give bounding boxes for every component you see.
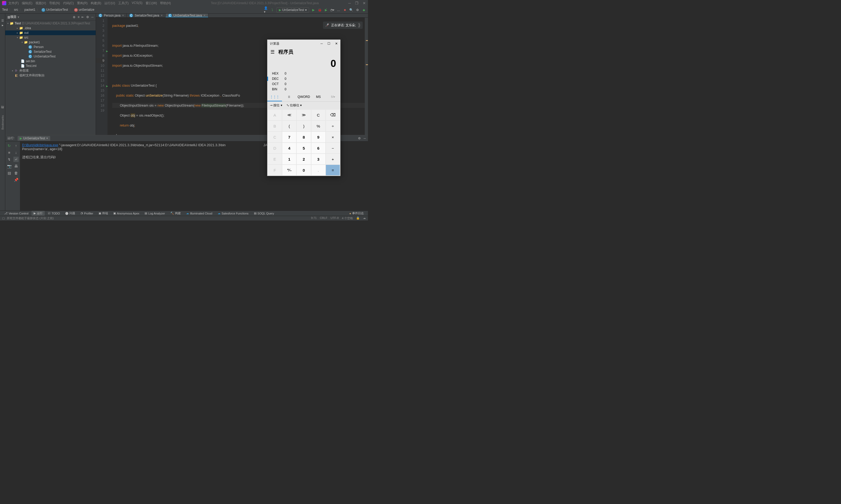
tree-class-serialize[interactable]: CSerializeTest [5, 49, 96, 54]
status-encoding[interactable]: UTF-8 [331, 216, 339, 220]
tab-close-icon[interactable]: × [122, 14, 124, 17]
close-icon[interactable]: ✕ [363, 1, 366, 5]
breadcrumb-item[interactable]: packet1 [24, 8, 35, 12]
calc-btn-rparen[interactable]: ) [297, 121, 311, 131]
calc-tab-keypad[interactable]: ⋮⋮⋮ [267, 93, 282, 101]
select-opened-icon[interactable]: ⊕ [73, 15, 75, 19]
tab-build[interactable]: 🔨构建 [168, 211, 183, 216]
tree-external-libs[interactable]: ▸⊪外部库 [5, 68, 96, 73]
calc-btn-0[interactable]: 0 [297, 165, 311, 175]
breadcrumb-item[interactable]: Test [2, 8, 8, 12]
calc-close-icon[interactable]: ✕ [335, 42, 338, 46]
tab-unserialize[interactable]: CUnSerializeTest.java× [166, 14, 208, 17]
calc-bitwise-dropdown[interactable]: ⊸ 按位 ▾ [270, 103, 282, 108]
structure-tool[interactable]: 结构 [0, 109, 5, 113]
calc-tab-qword[interactable]: QWORD [296, 93, 311, 101]
calc-btn-div[interactable]: ÷ [326, 121, 340, 131]
tab-profiler[interactable]: ◔Profiler [78, 211, 96, 216]
tab-run-bottom[interactable]: ▶运行 [32, 211, 45, 216]
calc-btn-mod[interactable]: % [311, 121, 325, 131]
breadcrumb-item[interactable]: unSerialize [79, 8, 94, 12]
menu-tools[interactable]: 工具(T) [118, 1, 128, 5]
calc-btn-negate[interactable]: ⁺∕₋ [282, 165, 296, 175]
tab-salesforce[interactable]: ☁Salesforce Functions [216, 211, 251, 216]
menu-vcs[interactable]: VCS(S) [132, 1, 142, 5]
calc-btn-clear[interactable]: C [311, 110, 325, 120]
search-icon[interactable]: 🔍 [349, 8, 353, 12]
run-hide-icon[interactable]: ─ [363, 137, 366, 140]
calc-btn-4[interactable]: 4 [282, 143, 296, 153]
status-line-sep[interactable]: CRLF [320, 216, 327, 220]
coverage-icon[interactable]: ▶̂ [324, 8, 328, 12]
breadcrumb-item[interactable]: UnSerializeTest [46, 8, 68, 12]
calc-btn-e[interactable]: E [268, 154, 282, 164]
up-icon[interactable]: ↑ [13, 143, 19, 148]
tab-illuminated[interactable]: ☁Illuminated Cloud [184, 211, 214, 216]
down-icon[interactable]: ↓ [13, 150, 19, 155]
layout-icon[interactable]: ▤ [6, 170, 12, 176]
calc-titlebar[interactable]: 计算器 ─ ☐ ✕ [267, 40, 340, 48]
status-cloud-icon[interactable]: ☁ [363, 216, 366, 220]
calc-tab-bits[interactable]: ⁞⁞ [282, 93, 297, 101]
tree-class-unserialize[interactable]: CUnSerializeTest [5, 54, 96, 59]
menu-help[interactable]: 帮助(H) [160, 1, 171, 5]
print-icon[interactable]: 🖶 [13, 164, 19, 169]
calc-maximize-icon[interactable]: ☐ [327, 42, 330, 46]
menu-build[interactable]: 构建(B) [91, 1, 101, 5]
tab-close-icon[interactable]: × [204, 14, 206, 17]
tab-anon-apex[interactable]: ▣Anonymous Apex [111, 211, 142, 216]
tree-file-serbin[interactable]: 📄ser.bin [5, 59, 96, 64]
tab-soql[interactable]: ▤SOQL Query [252, 211, 276, 216]
camera-icon[interactable]: 📷 [6, 164, 12, 169]
calc-btn-f[interactable]: F [268, 165, 282, 175]
maximize-icon[interactable]: ❐ [355, 1, 359, 5]
collapse-icon[interactable]: ⇤ [82, 15, 84, 19]
help-icon[interactable] [6, 177, 12, 182]
calc-btn-3[interactable]: 3 [311, 154, 325, 164]
tab-serialize[interactable]: CSerializeTest.java× [127, 14, 165, 17]
expand-icon[interactable]: ≡ [78, 15, 79, 19]
calc-btn-add[interactable]: + [326, 154, 340, 164]
exit-icon[interactable]: ↯ [6, 157, 12, 162]
tree-folder-src[interactable]: ▾📁src [5, 35, 96, 40]
pin-icon[interactable]: 📌 [13, 177, 19, 182]
calc-btn-6[interactable]: 6 [311, 143, 325, 153]
tab-person[interactable]: CPerson.java× [96, 14, 127, 17]
tab-event-log[interactable]: ●事件日志 [347, 211, 366, 216]
wrap-icon[interactable]: ⤶ [13, 157, 19, 162]
tree-root[interactable]: ▾📁 Test D:\JAVA\IDEA\IntelliJ IDEA 2021.… [5, 21, 96, 26]
calc-btn-7[interactable]: 7 [282, 132, 296, 142]
tab-terminal[interactable]: ▣终端 [97, 211, 110, 216]
run-tab[interactable]: ▶UnSerializeTest× [18, 136, 50, 141]
attach-icon[interactable]: … [337, 8, 341, 12]
settings-icon[interactable]: ⚙ [86, 15, 89, 19]
tree-scratches[interactable]: ◧临时文件和控制台 [5, 73, 96, 78]
calc-btn-back[interactable]: ⌫ [326, 110, 340, 120]
debug-icon[interactable]: 🐞 [317, 8, 322, 12]
minimize-icon[interactable]: ─ [348, 1, 351, 5]
sidebar-title[interactable]: 项目 [10, 15, 17, 19]
tab-vcs[interactable]: ⎇Version Control [2, 211, 31, 216]
calc-btn-c-hex[interactable]: C [268, 132, 282, 142]
stop-icon[interactable]: ■ [343, 8, 347, 12]
calc-btn-9[interactable]: 9 [311, 132, 325, 142]
calc-menu-icon[interactable]: ☰ [271, 49, 275, 55]
calc-btn-mul[interactable]: × [326, 132, 340, 142]
calc-base-oct[interactable]: OCT0 [271, 82, 337, 87]
calc-btn-dot[interactable]: . [311, 165, 325, 175]
bookmarks-tool[interactable]: Bookmarks [1, 113, 5, 132]
tab-problems[interactable]: ⬤问题 [63, 211, 77, 216]
sidebar-view-icon[interactable]: ▦ [7, 15, 10, 19]
menu-file[interactable]: 文件(F) [8, 1, 19, 5]
run-icon[interactable]: ▶ [311, 8, 315, 12]
calc-tab-ms[interactable]: MS [311, 93, 326, 101]
tree-folder-packet1[interactable]: ▾📁packet1 [5, 40, 96, 44]
rerun-icon[interactable]: ↻ [6, 143, 12, 148]
calc-minimize-icon[interactable]: ─ [320, 42, 323, 46]
calc-btn-1[interactable]: 1 [282, 154, 296, 164]
calc-btn-d[interactable]: D [268, 143, 282, 153]
calc-btn-lparen[interactable]: ( [282, 121, 296, 131]
tree-file-iml[interactable]: 📄Test.iml [5, 64, 96, 68]
calc-btn-sub[interactable]: − [326, 143, 340, 153]
settings-icon[interactable]: ⚙ [355, 8, 360, 12]
